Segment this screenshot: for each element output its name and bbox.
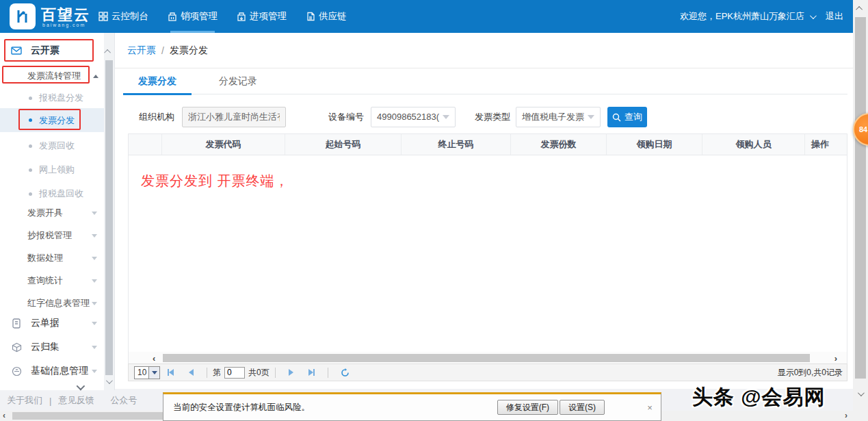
sidebar-item-label: 发票回收 <box>39 140 75 152</box>
logout-button[interactable]: 退出 <box>826 10 843 23</box>
table-header-select <box>129 134 161 155</box>
settings-button[interactable]: 设置(S) <box>560 400 605 415</box>
sidebar-item-invoice-recycle[interactable]: 发票回收 <box>0 136 104 156</box>
nav-purchase-management[interactable]: 进项管理 <box>235 0 288 33</box>
page-vertical-scrollbar[interactable] <box>853 0 868 411</box>
sidebar-group-label: 数据处理 <box>27 252 63 264</box>
table-header-row: 发票代码 起始号码 终止号码 发票份数 领购日期 领购人员 操作 <box>129 134 847 155</box>
table-header: 起始号码 <box>285 134 401 155</box>
chevron-down-icon <box>810 12 817 19</box>
sidebar-item-label: 云开票 <box>31 44 60 57</box>
prev-page-button[interactable] <box>189 369 194 376</box>
sidebar-group-invoice-issue[interactable]: 发票开具 <box>0 204 104 222</box>
nav-cloud-console[interactable]: 云控制台 <box>97 0 150 33</box>
divider <box>328 368 328 378</box>
sidebar-item-invoice-distribution[interactable]: 发票分发 <box>0 108 104 132</box>
breadcrumb-section[interactable]: 云开票 <box>127 44 156 57</box>
scroll-right-icon[interactable]: › <box>845 411 847 420</box>
watermark-text: 头条 @会易网 <box>692 383 826 411</box>
sidebar-group-label: 发票流转管理 <box>27 70 81 82</box>
account-dropdown[interactable]: 欢迎您，EPK杭州萧山万象汇店 <box>680 10 815 23</box>
sidebar-item-tax-disk-distribution[interactable]: 报税盘分发 <box>0 88 104 108</box>
sidebar-group-copy-tax[interactable]: 抄报税管理 <box>0 227 104 244</box>
sidebar-group-data-processing[interactable]: 数据处理 <box>0 249 104 267</box>
page-number-input[interactable] <box>224 367 245 379</box>
invoice-table: 发票代码 起始号码 终止号码 发票份数 领购日期 领购人员 操作 发票分发到 开… <box>128 133 847 365</box>
search-button[interactable]: 查询 <box>607 107 647 127</box>
sidebar-item-tax-disk-recycle[interactable]: 报税盘回收 <box>0 183 104 204</box>
sidebar-group-invoice-flow[interactable]: 发票流转管理 <box>0 67 104 85</box>
scroll-left-icon[interactable]: ‹ <box>3 411 5 420</box>
purchase-building-icon <box>237 12 246 21</box>
caret-collapsed-icon <box>92 370 97 373</box>
top-menu: 云控制台 销项管理 进项管理 供应链 <box>97 0 348 33</box>
tab-invoice-distribution[interactable]: 发票分发 <box>123 68 192 94</box>
baiwang-logo[interactable] <box>10 3 36 29</box>
sidebar-item-online-purchase[interactable]: 网上领购 <box>0 160 104 180</box>
last-page-button[interactable] <box>308 369 315 376</box>
scroll-down-icon[interactable] <box>106 377 113 384</box>
scroll-right-icon[interactable]: › <box>834 354 837 363</box>
org-label: 组织机构 <box>139 107 174 127</box>
device-label: 设备编号 <box>328 107 364 127</box>
scroll-down-icon[interactable] <box>858 390 865 396</box>
bullet-icon <box>29 118 32 122</box>
document-icon <box>11 318 22 329</box>
table-header: 操作 <box>804 134 847 155</box>
nav-sales-management[interactable]: 销项管理 <box>166 0 219 33</box>
sales-building-icon <box>168 12 177 21</box>
next-page-button[interactable] <box>289 369 293 376</box>
nav-label: 云控制台 <box>111 10 148 23</box>
device-select[interactable]: 499098652183(启用) <box>371 107 456 127</box>
sidebar-item-cloud-invoicing[interactable]: 云开票 <box>0 40 104 62</box>
scroll-up-icon[interactable] <box>104 49 111 56</box>
select-caret-icon <box>588 115 594 119</box>
organization-input[interactable] <box>182 107 286 127</box>
sidebar-item-cloud-documents[interactable]: 云单据 <box>0 312 104 334</box>
caret-collapsed-icon <box>92 346 97 349</box>
device-select-value: 499098652183(启用) <box>377 111 440 123</box>
breadcrumb-page: 发票分发 <box>170 44 208 57</box>
sidebar-item-basic-info[interactable]: 基础信息管理 <box>0 360 104 382</box>
user-area: 欢迎您，EPK杭州萧山万象汇店 退出 <box>680 0 843 33</box>
table-body-empty: 发票分发到 开票终端， <box>129 155 847 352</box>
table-header: 发票份数 <box>510 134 606 155</box>
page-size-select[interactable]: 10 <box>134 366 160 379</box>
package-box-icon <box>11 342 22 353</box>
bullet-icon <box>29 168 32 172</box>
footer-link-about[interactable]: 关于我们 <box>7 394 42 407</box>
top-navigation-bar: 百望云 baiwang.com 云控制台 销项管理 进项管理 供应链 <box>0 0 868 33</box>
sidebar-more-chevron-icon[interactable] <box>77 381 83 393</box>
sidebar-group-red-letter[interactable]: 红字信息表管理 <box>0 294 104 312</box>
sidebar-item-cloud-collection[interactable]: 云归集 <box>0 336 104 358</box>
scroll-up-icon[interactable] <box>856 6 863 13</box>
search-icon <box>612 113 621 122</box>
tab-distribution-records[interactable]: 分发记录 <box>204 68 272 94</box>
pagination-bar: 10 第 共0页 显示0到0,共0记录 <box>128 363 847 381</box>
supply-doc-icon <box>306 12 315 21</box>
invoice-type-select[interactable]: 增值税电子发票 <box>516 107 601 127</box>
footer-link-feedback[interactable]: 意见反馈 <box>58 394 94 407</box>
fix-settings-button[interactable]: 修复设置(F) <box>497 400 558 415</box>
nav-label: 销项管理 <box>181 10 218 23</box>
caret-expanded-icon <box>93 75 98 78</box>
sidebar-scrollbar-thumb[interactable] <box>105 60 113 375</box>
table-horizontal-scrollbar[interactable]: ‹ › <box>129 352 847 364</box>
table-scrollbar-thumb[interactable] <box>163 354 810 362</box>
table-header: 发票代码 <box>161 134 285 155</box>
sidebar-scrollbar[interactable] <box>104 33 114 390</box>
sidebar-group-label: 查询统计 <box>27 275 63 287</box>
footer-link-wechat[interactable]: 公众号 <box>110 394 137 407</box>
first-page-button[interactable] <box>168 369 174 376</box>
vertical-scrollbar-thumb[interactable] <box>855 17 866 379</box>
nav-supply-chain[interactable]: 供应链 <box>304 0 348 33</box>
app-subtitle: baiwang.com <box>42 23 86 27</box>
sidebar-group-query-stats[interactable]: 查询统计 <box>0 272 104 290</box>
close-icon[interactable]: × <box>644 403 655 413</box>
bullet-icon <box>29 97 32 100</box>
footer-separator: | <box>49 396 51 406</box>
breadcrumb-separator: / <box>161 45 164 56</box>
refresh-icon[interactable] <box>341 368 350 377</box>
sidebar-menu: 云开票 发票流转管理 报税盘分发 发票分发 发票回收 网上领购 报税盘回收 发票… <box>0 33 115 390</box>
scroll-left-icon[interactable]: ‹ <box>153 354 155 363</box>
